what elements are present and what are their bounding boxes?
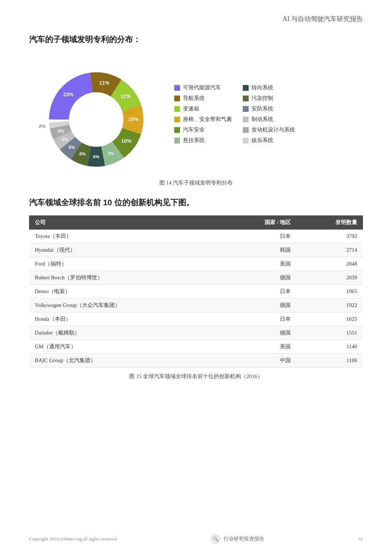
legend-color-box xyxy=(243,138,249,143)
donut-label: 10% xyxy=(121,138,132,144)
legend-label: 可替代能源汽车 xyxy=(183,84,221,91)
copyright: Copyright 2018 AMiner.org all rights res… xyxy=(29,536,117,542)
cell-country: 德国 xyxy=(222,326,297,340)
legend-item: 制动系统 xyxy=(243,116,295,123)
page-number: 35 xyxy=(358,536,363,542)
legend-columns: 可替代能源汽车导航系统变速箱座椅、安全带和气囊汽车安全悬挂系统 转向系统污染控制… xyxy=(174,84,363,144)
legend-label: 悬挂系统 xyxy=(183,137,205,144)
cell-company: Toyota（丰田） xyxy=(29,230,222,243)
legend-label: 转向系统 xyxy=(252,84,273,91)
legend-item: 汽车安全 xyxy=(174,126,232,133)
footer-logo: 🔍 行业研究投资报告 xyxy=(211,534,264,544)
legend-item: 污染控制 xyxy=(243,95,295,102)
cell-count: 1965 xyxy=(297,285,363,299)
legend-color-box xyxy=(174,96,180,101)
legend-color-box xyxy=(174,138,180,143)
table-row: Honda（本田） 日本 1625 xyxy=(29,312,363,326)
cell-country: 韩国 xyxy=(222,243,297,257)
legend-label: 安防系统 xyxy=(252,105,273,112)
donut-label: 6% xyxy=(93,154,99,159)
donut-svg: 23%11%11%10%10%7%6%6%5%4%4%2% xyxy=(29,52,163,176)
legend-item: 发动机设计与系统 xyxy=(243,126,295,133)
chart-section-title: 汽车的子领域发明专利的分布： xyxy=(29,34,363,45)
cell-country: 美国 xyxy=(222,257,297,271)
legend-item: 变速箱 xyxy=(174,105,232,112)
donut-chart: 23%11%11%10%10%7%6%6%5%4%4%2% xyxy=(29,52,163,176)
cell-count: 1140 xyxy=(297,340,363,354)
legend-item: 导航系统 xyxy=(174,95,232,102)
donut-label: 4% xyxy=(62,137,68,142)
cell-company: BAIC Group（北汽集团） xyxy=(29,354,222,368)
table-row: Hyundai（现代） 韩国 2714 xyxy=(29,243,363,257)
header-title: AI 与自动驾驶汽车研究报告 xyxy=(29,15,363,23)
legend-label: 汽车安全 xyxy=(183,126,205,133)
legend-item: 座椅、安全带和气囊 xyxy=(174,116,232,123)
table-row: Toyota（丰田） 日本 3792 xyxy=(29,230,363,243)
col-company: 公司 xyxy=(29,215,222,230)
cell-country: 日本 xyxy=(222,312,297,326)
cell-count: 2714 xyxy=(297,243,363,257)
legend-label: 发动机设计与系统 xyxy=(252,126,295,133)
cell-country: 美国 xyxy=(222,340,297,354)
figure-caption-14: 图 14 汽车子领域发明专利分布 xyxy=(29,179,363,186)
table-row: Ford（福特） 美国 2048 xyxy=(29,257,363,271)
footer: Copyright 2018 AMiner.org all rights res… xyxy=(29,534,363,544)
table-row: Volkswagen Group（大众汽车集团） 德国 1922 xyxy=(29,299,363,312)
legend-item: 转向系统 xyxy=(243,84,295,91)
legend-color-box xyxy=(243,106,249,112)
logo-text: 行业研究投资报告 xyxy=(224,536,264,542)
table-row: Robert Bosch（罗伯特博世） 德国 2039 xyxy=(29,271,363,285)
cell-count: 3792 xyxy=(297,230,363,243)
legend-area: 可替代能源汽车导航系统变速箱座椅、安全带和气囊汽车安全悬挂系统 转向系统污染控制… xyxy=(174,84,363,144)
chart-area: 23%11%11%10%10%7%6%6%5%4%4%2% 可替代能源汽车导航系… xyxy=(29,52,363,176)
donut-label-outside: 2% xyxy=(39,123,46,129)
legend-label: 制动系统 xyxy=(252,116,273,123)
cell-count: 2039 xyxy=(297,271,363,285)
cell-count: 1922 xyxy=(297,299,363,312)
cell-count: 1625 xyxy=(297,312,363,326)
col-country: 国家 / 地区 xyxy=(222,215,297,230)
table-row: Daimler（戴姆勒） 德国 1551 xyxy=(29,326,363,340)
cell-company: Robert Bosch（罗伯特博世） xyxy=(29,271,222,285)
table-body: Toyota（丰田） 日本 3792 Hyundai（现代） 韩国 2714 F… xyxy=(29,230,363,368)
legend-label: 导航系统 xyxy=(183,95,205,102)
legend-color-box xyxy=(174,127,180,133)
table-row: GM（通用汽车） 美国 1140 xyxy=(29,340,363,354)
logo-icon: 🔍 xyxy=(211,534,221,544)
legend-color-box xyxy=(243,127,249,133)
table-header-row: 公司 国家 / 地区 发明数量 xyxy=(29,215,363,230)
donut-label: 23% xyxy=(63,92,74,97)
legend-label: 污染控制 xyxy=(252,95,273,102)
cell-country: 日本 xyxy=(222,230,297,243)
donut-label: 11% xyxy=(121,93,131,99)
col-count: 发明数量 xyxy=(297,215,363,230)
legend-color-box xyxy=(243,117,249,122)
cell-company: Volkswagen Group（大众汽车集团） xyxy=(29,299,222,312)
legend-color-box xyxy=(243,96,249,101)
legend-label: 变速箱 xyxy=(183,105,199,112)
table-row: BAIC Group（北汽集团） 中国 1106 xyxy=(29,354,363,368)
cell-count: 1551 xyxy=(297,326,363,340)
cell-company: Daimler（戴姆勒） xyxy=(29,326,222,340)
cell-count: 1106 xyxy=(297,354,363,368)
donut-label: 6% xyxy=(79,151,86,157)
table-section-title: 汽车领域全球排名前 10 位的创新机构见下图。 xyxy=(29,197,363,208)
legend-col-right: 转向系统污染控制安防系统制动系统发动机设计与系统娱乐系统 xyxy=(243,84,295,144)
cell-country: 德国 xyxy=(222,271,297,285)
legend-item: 安防系统 xyxy=(243,105,295,112)
innovation-table: 公司 国家 / 地区 发明数量 Toyota（丰田） 日本 3792 Hyund… xyxy=(29,215,363,368)
legend-color-box xyxy=(174,117,180,122)
legend-col-left: 可替代能源汽车导航系统变速箱座椅、安全带和气囊汽车安全悬挂系统 xyxy=(174,84,232,144)
cell-company: Denso（电装） xyxy=(29,285,222,299)
donut-label: 7% xyxy=(108,151,114,156)
donut-label: 10% xyxy=(128,116,139,122)
legend-label: 座椅、安全带和气囊 xyxy=(183,116,232,123)
donut-label: 5% xyxy=(69,145,75,150)
legend-item: 悬挂系统 xyxy=(174,137,232,144)
cell-country: 中国 xyxy=(222,354,297,368)
cell-count: 2048 xyxy=(297,257,363,271)
legend-label: 娱乐系统 xyxy=(252,137,273,144)
cell-company: Ford（福特） xyxy=(29,257,222,271)
figure-caption-15: 图 15 全球汽车领域全球排名前十位的创新机构（2016） xyxy=(29,373,363,380)
legend-color-box xyxy=(243,85,249,91)
